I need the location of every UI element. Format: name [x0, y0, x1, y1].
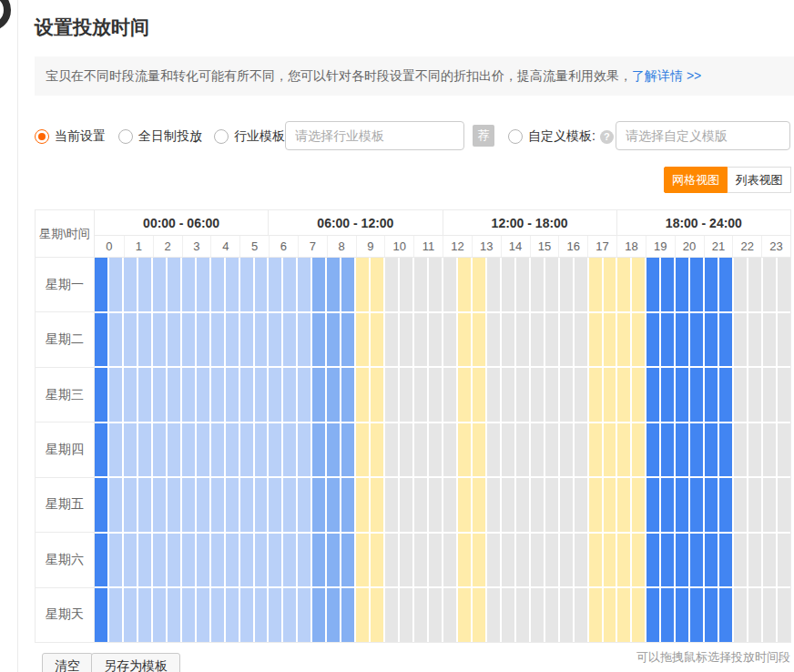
- time-slot-cell[interactable]: [473, 313, 485, 367]
- time-slot-cell[interactable]: [502, 258, 514, 311]
- time-slot-cell[interactable]: [473, 258, 485, 311]
- time-slot-cell[interactable]: [312, 258, 325, 311]
- time-slot-cell[interactable]: [385, 534, 398, 587]
- time-slot-cell[interactable]: [646, 478, 659, 532]
- time-slot-cell[interactable]: [734, 588, 747, 642]
- time-slot-cell[interactable]: [385, 368, 398, 422]
- time-slot-cell[interactable]: [531, 534, 544, 587]
- time-slot-cell[interactable]: [617, 313, 630, 367]
- time-slot-cell[interactable]: [240, 423, 253, 477]
- time-slot-cell[interactable]: [341, 588, 354, 642]
- time-slot-cell[interactable]: [168, 368, 180, 422]
- time-slot-cell[interactable]: [617, 368, 630, 422]
- time-slot-cell[interactable]: [298, 313, 310, 367]
- time-slot-cell[interactable]: [269, 423, 281, 477]
- time-slot-cell[interactable]: [589, 368, 602, 422]
- time-slot-cell[interactable]: [734, 423, 747, 477]
- time-slot-cell[interactable]: [778, 588, 790, 642]
- time-slot-cell[interactable]: [748, 588, 761, 642]
- time-slot-cell[interactable]: [617, 423, 630, 477]
- time-slot-cell[interactable]: [197, 534, 209, 587]
- time-slot-cell[interactable]: [719, 313, 732, 367]
- time-slot-cell[interactable]: [617, 588, 630, 642]
- time-slot-cell[interactable]: [429, 588, 442, 642]
- time-slot-cell[interactable]: [531, 478, 544, 532]
- time-slot-cell[interactable]: [429, 478, 442, 532]
- time-slot-cell[interactable]: [371, 313, 383, 367]
- time-slot-cell[interactable]: [356, 368, 369, 422]
- time-slot-cell[interactable]: [240, 313, 253, 367]
- time-slot-cell[interactable]: [356, 258, 369, 311]
- time-slot-cell[interactable]: [516, 368, 529, 422]
- time-slot-cell[interactable]: [560, 423, 573, 477]
- time-slot-cell[interactable]: [153, 258, 166, 311]
- time-slot-cell[interactable]: [312, 588, 325, 642]
- time-slot-cell[interactable]: [531, 313, 544, 367]
- time-slot-cell[interactable]: [356, 423, 369, 477]
- time-slot-cell[interactable]: [604, 588, 616, 642]
- time-slot-cell[interactable]: [400, 313, 412, 367]
- time-slot-cell[interactable]: [226, 588, 239, 642]
- time-slot-cell[interactable]: [168, 478, 180, 532]
- time-slot-cell[interactable]: [197, 313, 209, 367]
- time-slot-cell[interactable]: [560, 258, 573, 311]
- time-slot-cell[interactable]: [734, 313, 747, 367]
- time-slot-cell[interactable]: [443, 423, 456, 477]
- industry-template-input[interactable]: [285, 121, 464, 150]
- time-slot-cell[interactable]: [646, 534, 659, 587]
- time-slot-cell[interactable]: [298, 478, 310, 532]
- time-slot-cell[interactable]: [138, 368, 151, 422]
- time-slot-cell[interactable]: [211, 478, 224, 532]
- save-as-template-button[interactable]: 另存为模板: [91, 653, 180, 672]
- time-slot-cell[interactable]: [95, 534, 107, 587]
- time-slot-cell[interactable]: [705, 313, 718, 367]
- time-slot-cell[interactable]: [458, 534, 471, 587]
- time-slot-cell[interactable]: [516, 478, 529, 532]
- radio-icon[interactable]: [35, 129, 49, 144]
- time-slot-cell[interactable]: [124, 423, 137, 477]
- time-slot-cell[interactable]: [327, 423, 340, 477]
- time-slot-cell[interactable]: [124, 478, 137, 532]
- time-slot-cell[interactable]: [705, 258, 718, 311]
- time-slot-cell[interactable]: [661, 423, 674, 477]
- time-slot-cell[interactable]: [211, 258, 224, 311]
- clear-button[interactable]: 清空: [42, 653, 93, 672]
- time-slot-cell[interactable]: [182, 368, 195, 422]
- time-slot-cell[interactable]: [197, 423, 209, 477]
- time-slot-cell[interactable]: [269, 258, 281, 311]
- time-slot-cell[interactable]: [168, 258, 180, 311]
- time-slot-cell[interactable]: [646, 368, 659, 422]
- time-slot-cell[interactable]: [676, 423, 688, 477]
- time-slot-cell[interactable]: [443, 258, 456, 311]
- time-slot-cell[interactable]: [575, 478, 587, 532]
- time-slot-cell[interactable]: [269, 313, 281, 367]
- time-slot-cell[interactable]: [516, 588, 529, 642]
- recommend-badge[interactable]: 荐: [473, 125, 494, 147]
- time-slot-cell[interactable]: [458, 478, 471, 532]
- time-slot-cell[interactable]: [604, 313, 616, 367]
- time-slot-cell[interactable]: [690, 258, 703, 311]
- time-slot-cell[interactable]: [719, 534, 732, 587]
- time-slot-cell[interactable]: [604, 534, 616, 587]
- time-slot-cell[interactable]: [545, 478, 558, 532]
- time-slot-cell[interactable]: [646, 588, 659, 642]
- time-slot-cell[interactable]: [778, 423, 790, 477]
- time-slot-cell[interactable]: [385, 423, 398, 477]
- time-slot-cell[interactable]: [197, 478, 209, 532]
- time-slot-cell[interactable]: [341, 313, 354, 367]
- time-slot-cell[interactable]: [327, 588, 340, 642]
- time-slot-cell[interactable]: [124, 588, 137, 642]
- time-slot-cell[interactable]: [778, 534, 790, 587]
- time-slot-cell[interactable]: [124, 368, 137, 422]
- time-slot-cell[interactable]: [676, 588, 688, 642]
- time-slot-cell[interactable]: [283, 368, 296, 422]
- time-slot-cell[interactable]: [341, 368, 354, 422]
- time-slot-cell[interactable]: [356, 588, 369, 642]
- time-slot-cell[interactable]: [487, 258, 500, 311]
- time-slot-cell[interactable]: [778, 258, 790, 311]
- time-slot-cell[interactable]: [429, 534, 442, 587]
- time-slot-cell[interactable]: [153, 368, 166, 422]
- time-slot-cell[interactable]: [182, 588, 195, 642]
- time-slot-cell[interactable]: [312, 534, 325, 587]
- time-slot-cell[interactable]: [385, 313, 398, 367]
